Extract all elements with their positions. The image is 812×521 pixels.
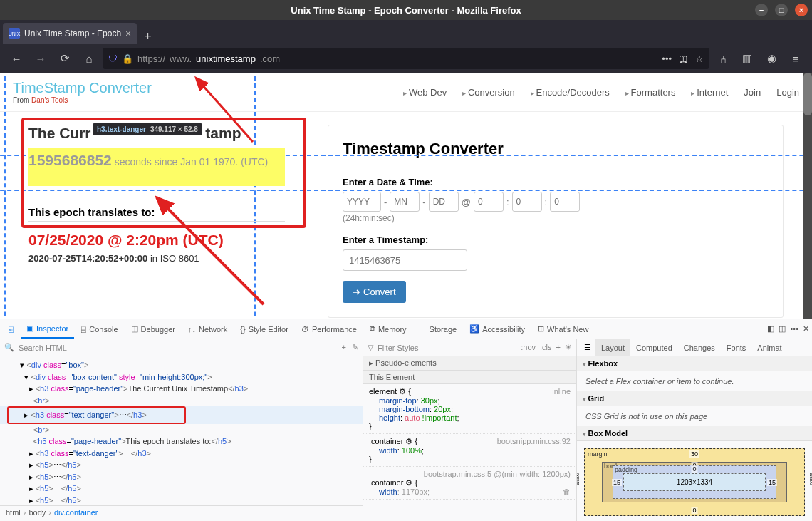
tab-label: Unix Time Stamp - Epoch [24,29,121,38]
layout-pane[interactable]: Flexbox Select a Flex container or item … [577,356,812,521]
browser-tab[interactable]: UNIX Unix Time Stamp - Epoch × [3,23,137,44]
new-tab-button[interactable]: + [137,29,159,44]
shield-icon: 🛡 [108,53,118,64]
tab-style[interactable]: {} Style Editor [234,319,294,339]
window-titlebar: Unix Time Stamp - Epoch Converter - Mozi… [0,0,812,20]
tab-inspector[interactable]: ▣ Inspector [21,319,74,339]
add-rule-icon[interactable]: + [556,343,561,352]
translated-iso: 2020-07-25T14:20:52+00:00 in ISO 8601 [28,253,285,264]
html-search[interactable]: Search HTML [19,344,67,352]
search-icon: 🔍 [4,343,14,352]
second-input[interactable] [550,192,580,212]
add-node-icon[interactable]: + [342,343,346,352]
site-logo[interactable]: TimeStamp Converter From Dan's Tools [13,80,152,104]
menu-icon[interactable]: ≡ [785,48,806,69]
styles-pane[interactable]: ▸ Pseudo-elements This Element element ⚙… [363,356,576,521]
tab-whatsnew[interactable]: ⊞ What's New [532,319,594,339]
tab-memory[interactable]: ⧉ Memory [364,319,412,339]
account-icon[interactable]: ◉ [761,48,782,69]
home-button[interactable]: ⌂ [78,48,100,69]
tab-performance[interactable]: ⏱ Performance [296,319,363,339]
library-icon[interactable]: ⑃ [712,48,734,69]
timestamp-input[interactable] [343,249,467,271]
convert-button[interactable]: ➜Convert [343,281,406,303]
translated-date: 07/25/2020 @ 2:20pm (UTC) [28,232,285,249]
back-button[interactable]: ← [6,48,27,69]
forward-button[interactable]: → [30,48,51,69]
site-subtitle: From Dan's Tools [13,96,152,104]
year-input[interactable] [343,192,381,212]
tab-close-icon[interactable]: × [125,28,131,39]
tab-network[interactable]: ↑↓ Network [182,319,233,339]
bookmark-icon[interactable]: ☆ [695,53,704,64]
layout-tab[interactable]: Layout [595,339,630,356]
inspected-element-highlight: 1595686852 seconds since Jan 01 1970. (U… [28,148,285,186]
favicon: UNIX [9,28,20,39]
breadcrumb[interactable]: html›body›div.container [0,505,363,521]
changes-tab[interactable]: Changes [678,339,721,356]
animations-tab[interactable]: Animat [751,339,787,356]
sidebar-icon[interactable]: ▥ [736,48,758,69]
devtools-panel: ⍇ ▣ Inspector ⌸ Console ◫ Debugger ↑↓ Ne… [0,319,812,521]
url-bar[interactable]: 🛡 🔒 https://www.unixtimestamp.com ••• 🕮 … [103,48,709,69]
nav-conversion[interactable]: Conversion [462,87,515,98]
month-input[interactable] [390,192,420,212]
nav-internet[interactable]: Internet [691,87,728,98]
devtools-close-icon[interactable]: ✕ [803,324,809,334]
hov-toggle[interactable]: :hov [521,343,536,352]
nav-webdev[interactable]: Web Dev [403,87,447,98]
filter-icon: ▽ [368,343,373,352]
url-domain: unixtimestamp [196,53,256,64]
window-maximize[interactable]: □ [775,4,788,16]
ts-label: Enter a Timestamp: [343,234,769,245]
window-minimize[interactable]: – [755,4,768,16]
box-model-diagram: margin 30 0 auto auto border 0 padding 0… [577,441,812,521]
computed-tab[interactable]: Computed [630,339,678,356]
nav-toolbar: ← → ⟳ ⌂ 🛡 🔒 https://www.unixtimestamp.co… [0,44,812,73]
fonts-tab[interactable]: Fonts [721,339,752,356]
nav-formatters[interactable]: Formatters [625,87,676,98]
date-label: Enter a Date & Time: [343,177,769,187]
time-hint: (24h:min:sec) [343,213,769,223]
dock-side-icon[interactable]: ◧ [767,324,774,334]
window-title: Unix Time Stamp - Epoch Converter - Mozi… [291,5,521,16]
cls-toggle[interactable]: .cls [540,343,552,352]
inspector-guide-v [4,76,6,319]
tab-debugger[interactable]: ◫ Debugger [125,319,181,339]
site-nav: Web Dev Conversion Encode/Decoders Forma… [403,87,799,98]
pick-element-icon[interactable]: ⍇ [3,319,19,339]
light-icon[interactable]: ☀ [565,343,572,352]
html-tree[interactable]: ▾ <div class="box"> ▾ <div class="box-co… [0,356,363,505]
day-input[interactable] [429,192,459,212]
translates-heading: This epoch translates to: [28,206,285,222]
more-icon[interactable]: ••• [662,53,672,64]
rules-icon[interactable]: ☰ [580,343,595,352]
timestamp-display: 1595686852 seconds since Jan 01 1970. (U… [28,152,285,169]
devtools-more-icon[interactable]: ••• [790,324,798,334]
url-protocol: https:// [137,53,165,64]
eyedropper-icon[interactable]: ✎ [352,343,358,352]
tab-accessibility[interactable]: ♿ Accessibility [464,319,531,339]
page-scrollbar[interactable] [803,73,812,319]
tab-storage[interactable]: ☰ Storage [414,319,463,339]
lock-icon: 🔒 [122,53,133,64]
filter-styles[interactable]: Filter Styles [378,344,418,352]
site-title: TimeStamp Converter [13,80,152,96]
nav-login[interactable]: Login [776,87,799,98]
tab-bar: UNIX Unix Time Stamp - Epoch × + [0,20,812,44]
hour-input[interactable] [474,192,504,212]
window-close[interactable]: × [795,4,808,16]
converter-panel: Timestamp Converter Enter a Date & Time:… [328,125,784,318]
nav-join[interactable]: Join [744,87,761,98]
nav-encode[interactable]: Encode/Decoders [531,87,610,98]
page-content: TimeStamp Converter From Dan's Tools Web… [0,73,812,319]
minute-input[interactable] [512,192,542,212]
dock-window-icon[interactable]: ◫ [779,324,786,334]
inspector-tooltip: h3.text-danger 349.117 × 52.8 [93,123,202,135]
reader-icon[interactable]: 🕮 [679,53,688,64]
arrow-right-icon: ➜ [353,287,360,297]
tab-console[interactable]: ⌸ Console [76,319,123,339]
reload-button[interactable]: ⟳ [54,48,76,69]
